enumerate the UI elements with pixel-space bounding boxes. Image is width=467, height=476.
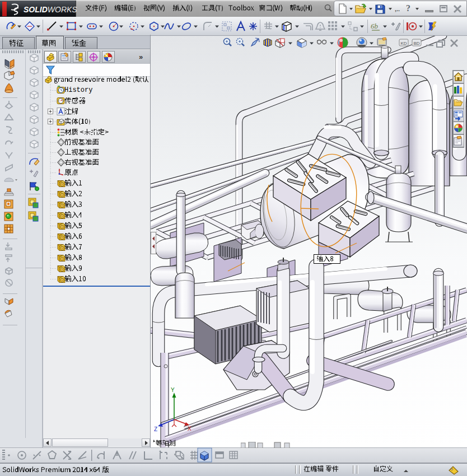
svg-text:KD: KD bbox=[401, 41, 407, 46]
svg-text:BD: BD bbox=[414, 41, 420, 46]
svg-text:6b: 6b bbox=[371, 22, 379, 30]
svg-text:Y: Y bbox=[171, 387, 175, 393]
svg-text:X: X bbox=[188, 426, 192, 432]
svg-text:Z: Z bbox=[154, 426, 157, 432]
